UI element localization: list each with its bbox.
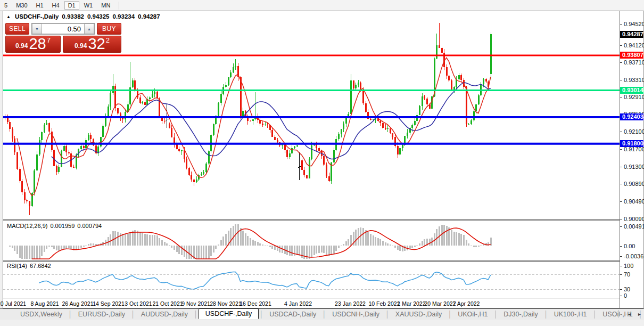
rsi-indicator-label: RSI(14)67.6842 xyxy=(7,263,54,269)
collapse-triangle-icon[interactable]: ▲ xyxy=(6,14,11,19)
tab-scroll-buttons: │ ◂ ▸ xyxy=(616,310,641,317)
macd-name: MACD(12,26,9) xyxy=(7,223,47,229)
sell-price-prefix: 0.94 xyxy=(15,42,28,50)
macd-axis-label: -0.003614 xyxy=(624,253,644,259)
date-axis-label: 3 Oct 2021 xyxy=(125,300,152,307)
one-click-trading-panel: SELL ▼ 0.50 ▲ BUY 0.94 28 7 0.94 32 2 xyxy=(5,23,121,53)
tab-usdcad-daily[interactable]: USDCAD-,Daily xyxy=(264,309,321,319)
tab-separator: │ xyxy=(493,311,498,318)
tab-separator: │ xyxy=(544,311,548,318)
timeframe-button-mn[interactable]: MN xyxy=(97,1,114,10)
price-axis-label: 0.90890 xyxy=(624,181,644,187)
tab-separator: │ xyxy=(68,311,72,318)
tab-scroll-left-icon[interactable]: ◂ xyxy=(628,311,631,317)
buy-price-pipette: 2 xyxy=(106,36,110,44)
tab-dj30-daily[interactable]: DJ30-,Daily xyxy=(498,309,543,319)
date-axis-label: 4 Jan 2022 xyxy=(284,300,312,307)
rsi-axis-label: 70 xyxy=(624,271,630,278)
tab-separator: │ xyxy=(322,311,326,318)
date-axis-label: 23 Jan 2022 xyxy=(335,300,366,307)
price-axis-label: 0.90090 xyxy=(624,216,644,222)
date-axis-label: 1 Mar 2022 xyxy=(397,300,425,307)
timeframe-button-h4[interactable]: H4 xyxy=(48,1,63,10)
volume-spinner: ▼ 0.50 ▲ xyxy=(31,23,95,35)
tab-eurusd-daily[interactable]: EURUSD-,Daily xyxy=(73,309,130,319)
tab-separator: │ xyxy=(194,311,198,318)
tab-ukoil-h1[interactable]: UKOil-,H1 xyxy=(452,309,493,319)
timeframe-toolbar: 5M30H1H4D1W1MN xyxy=(0,0,644,11)
timeframe-button-m30[interactable]: M30 xyxy=(12,1,31,10)
ohlc-close: 0.94287 xyxy=(138,13,160,20)
macd-axis-label: 0.00 xyxy=(624,243,635,249)
date-axis-label: 8 Aug 2021 xyxy=(30,300,59,307)
chart-background xyxy=(3,11,620,308)
tab-scroll-right-icon[interactable]: ▸ xyxy=(638,311,641,317)
volume-increase-button[interactable]: ▲ xyxy=(84,23,94,34)
tab-xauusd-daily[interactable]: XAUUSD-,Daily xyxy=(390,309,448,319)
tab-usdx-weekly[interactable]: USDX,Weekly xyxy=(15,309,68,319)
date-axis-label: 20 Jul 2021 xyxy=(0,300,26,307)
price-axis-label: 0.91300 xyxy=(624,164,644,170)
timeframe-button-d1[interactable]: D1 xyxy=(64,1,79,10)
volume-input[interactable]: 0.50 xyxy=(42,23,84,34)
macd-indicator-label: MACD(12,26,9)0.0019590.000794 xyxy=(7,223,104,229)
timeframe-button-5[interactable]: 5 xyxy=(1,1,11,10)
ohlc-high: 0.94325 xyxy=(87,13,110,20)
chart-tab-bar: USDX,Weekly│EURUSD-,Daily│AUDUSD-,Daily│… xyxy=(0,308,644,320)
current-price-badge: 0.94287 xyxy=(620,31,643,38)
tab-audusd-daily[interactable]: AUDUSD-,Daily xyxy=(136,309,193,319)
timeframe-button-w1[interactable]: W1 xyxy=(80,1,97,10)
buy-price-prefix: 0.94 xyxy=(75,42,87,50)
buy-button[interactable]: BUY xyxy=(97,23,121,35)
tab-scroll-separator: │ xyxy=(616,310,621,317)
level-price-badge: 0.91800 xyxy=(620,140,643,147)
price-axis-label: 0.94520 xyxy=(624,21,644,27)
timeframe-button-h1[interactable]: H1 xyxy=(32,1,47,10)
date-axis-label: 9 Nov 2021 xyxy=(181,300,210,307)
buy-price-display[interactable]: 0.94 32 2 xyxy=(63,36,121,53)
volume-decrease-button[interactable]: ▼ xyxy=(32,23,42,34)
date-axis-label: 26 Aug 2021 xyxy=(62,300,94,307)
ohlc-low: 0.93234 xyxy=(113,13,135,20)
tab-separator: │ xyxy=(131,311,135,318)
macd-signal-value: 0.000794 xyxy=(77,223,102,229)
date-axis-label: 28 Nov 2021 xyxy=(210,300,242,307)
rsi-value: 67.6842 xyxy=(30,263,51,269)
sell-price-big-digits: 28 xyxy=(29,36,46,52)
tab-uk100-h1[interactable]: UK100-,H1 xyxy=(549,309,592,319)
rsi-name: RSI(14) xyxy=(7,263,27,269)
macd-axis-label: 0.004913 xyxy=(624,223,644,230)
price-axis-label: 0.93310 xyxy=(624,77,644,83)
level-price-badge: 0.92403 xyxy=(620,113,643,120)
chart-symbol: USDCHF-,Daily xyxy=(15,13,59,20)
date-axis-label: 20 Mar 2022 xyxy=(425,300,456,307)
price-axis-label: 0.92100 xyxy=(624,128,644,135)
ohlc-open: 0.93382 xyxy=(62,13,84,20)
chart-title: ▲ USDCHF-,Daily 0.93382 0.94325 0.93234 … xyxy=(6,13,160,20)
date-axis-label: 14 Sep 2021 xyxy=(93,300,125,307)
tab-separator: │ xyxy=(259,311,263,318)
price-axis-label: 0.93710 xyxy=(624,59,644,66)
price-axis-label: 0.92910 xyxy=(624,94,644,100)
rsi-axis-label: 100 xyxy=(624,263,633,269)
rsi-axis-label: 30 xyxy=(624,286,630,292)
level-price-badge: 0.93014 xyxy=(620,87,643,94)
tab-usdcnh-daily[interactable]: USDCNH-,Daily xyxy=(327,309,385,319)
date-axis-label: 21 Oct 2021 xyxy=(152,300,183,307)
date-axis-label: 16 Dec 2021 xyxy=(240,300,271,307)
sell-price-pipette: 7 xyxy=(47,36,51,44)
date-axis-label: 7 Apr 2022 xyxy=(453,300,480,307)
rsi-axis-label: 0 xyxy=(624,292,627,299)
macd-main-value: 0.001959 xyxy=(50,223,75,229)
buy-price-big-digits: 32 xyxy=(88,36,105,52)
price-axis-label: 0.90490 xyxy=(624,198,644,205)
tab-separator: │ xyxy=(448,311,452,318)
sell-price-display[interactable]: 0.94 28 7 xyxy=(5,36,61,53)
sell-button[interactable]: SELL xyxy=(5,23,29,35)
price-axis-label: 0.94120 xyxy=(624,42,644,48)
tab-usdchf-daily[interactable]: USDCHF-,Daily xyxy=(199,308,259,319)
toolbar-separator xyxy=(119,2,119,10)
level-price-badge: 0.93807 xyxy=(620,52,643,59)
date-axis-label: 10 Feb 2022 xyxy=(369,300,400,307)
tab-separator: │ xyxy=(593,311,597,318)
